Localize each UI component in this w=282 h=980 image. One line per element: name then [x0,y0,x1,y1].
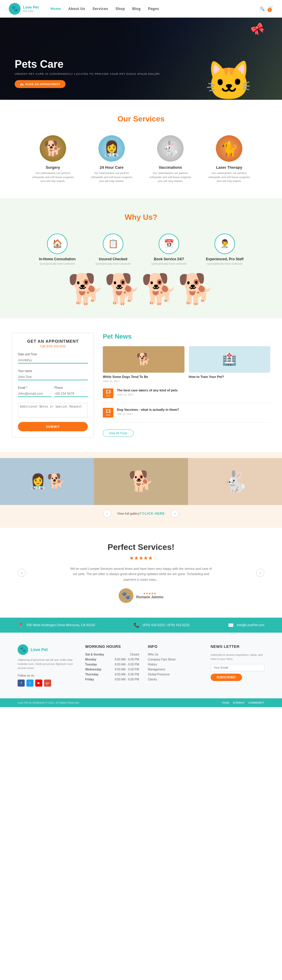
footer-link-3[interactable]: Management [148,668,202,671]
footer-info-title: INFO [148,644,202,649]
news-box: Pet News 🐕 While Some Dogs Tend To Be Ju… [103,333,270,438]
footer-newsletter-col: NEWS LETTER Subscribe to receive Inspira… [211,644,264,687]
nav-services[interactable]: Services [93,7,108,11]
email-input[interactable] [18,391,51,397]
appt-news-section: GET AN APPOINTMENT Call (970) 416-0232 D… [0,318,282,452]
service-surgery-name: Surgery [29,165,76,170]
nav-links: Home About Us Services Shop Blog Pages [51,7,260,11]
testimonial-rating: ★★★★★ [136,592,163,595]
youtube-button[interactable]: ▶ [35,679,42,687]
logo-sub: Pet Care [23,10,39,13]
hero-section: 🐱 🎀 Pets Care URGENT PET CARE IS CONVENI… [0,18,282,100]
googleplus-button[interactable]: g+ [44,679,51,687]
footer-hours-row-3: Wednesday 9:00 AM - 5:00 PM [85,668,139,671]
testimonial-prev-button[interactable]: ‹ [18,569,26,577]
service-surgery: 🐕 Surgery Our veterinarians can perform … [29,135,76,183]
logo[interactable]: 🐾 Love Pet Pet Care [9,3,39,15]
footer-grid: 🐾 Love Pet Adipiscing el ipsummar adr el… [18,644,264,687]
nav-pages[interactable]: Pages [148,7,159,11]
footer-hours-title: WORKING HOURS [85,644,139,649]
news-date-1: 13 Jun [103,408,114,417]
footer-bottom: Love Pet by clicktheme © 2016. All Right… [0,698,282,707]
footer-link-5[interactable]: Clients [148,678,202,681]
nav-blog[interactable]: Blog [132,7,141,11]
news-list: 13 Jun The best care takers of any kind … [103,388,270,423]
footer-link-1[interactable]: Company Fact Sheet [148,658,202,661]
service-care: 👩‍⚕️ 24 Hour Care Our veterinarians can … [88,135,135,183]
twitter-button[interactable]: t [26,679,34,687]
phone-group: Phone [54,386,88,401]
services-grid: 🐕 Surgery Our veterinarians can perform … [18,135,264,183]
nav-shop[interactable]: Shop [115,7,125,11]
phone-icon: 📞 [134,622,139,628]
why-inhome-icon: 🏠 [47,234,67,254]
footer-newsletter-title: NEWS LETTER [211,644,264,649]
gallery-strip: 👩‍⚕️🐕 🐕 🐇 [0,458,282,505]
appointment-button[interactable]: MAKE AN APPOINTMENT [15,80,66,88]
logo-text: Love Pet [23,5,39,10]
footer-bottom-links: FAQS SITEMAP COMMUNITY [222,701,264,704]
search-icon[interactable]: 🔍 [260,6,265,11]
service-laser-image: 🐈 [216,135,242,162]
nav-about[interactable]: About Us [69,7,85,11]
email-group: Email * [18,386,51,401]
facebook-button[interactable]: f [18,679,25,687]
why-insured-name: Insured Checked [90,257,136,261]
testimonial-title: Perfect Services! [35,542,247,552]
footer-hours-row-2: Tuesday 8:00 AM - 6:00 PM [85,663,139,666]
service-vaccines-name: Vaccinations [147,165,194,170]
email-phone-row: Email * Phone [18,386,88,403]
footer-logo-icon: 🐾 [18,644,28,655]
hero-subtitle: URGENT PET CARE IS CONVENIENTLY LOCATED … [15,73,160,75]
why-grid: 🏠 In-Home Consultation Synergistically l… [18,234,264,265]
footer-community-link[interactable]: COMMUNITY [248,701,265,704]
date-input[interactable] [18,357,88,364]
services-section: Our Services 🐕 Surgery Our veterinarians… [0,100,282,198]
footer-email: ✉️ Info@LovePet.com [228,622,264,628]
news-title: Pet News [103,333,270,340]
news-card-1: 🏥 How to Train Your Pet? [189,346,271,383]
footer-sitemap-link[interactable]: SITEMAP [232,701,244,704]
footer-faqs-link[interactable]: FAQS [222,701,229,704]
name-input[interactable] [18,374,88,380]
gallery-prev-button[interactable]: ‹ [103,509,111,517]
appointment-title: GET AN APPOINTMENT [18,339,88,344]
news-item-1-title: Dog Vaccines - what is actually in them? [117,408,179,411]
testimonial-next-button[interactable]: › [256,569,264,577]
why-staff: 👨‍⚕️ Experienced, Pro Staff Synergistica… [201,234,248,265]
testimonial-text: We've used Lovepet Services several time… [67,566,215,582]
testimonial-avatar: 🐾 [119,588,133,603]
subscribe-button[interactable]: SUBSCRIBE! [211,674,242,681]
footer-link-0[interactable]: Who Us [148,653,202,656]
gallery-cta-link[interactable]: CLICK HERE [142,512,165,515]
notes-input[interactable] [18,403,88,417]
view-all-button[interactable]: View All Posts [103,430,134,437]
testimonial-stars: ★★★★★ [35,555,247,561]
nav-home[interactable]: Home [51,7,61,11]
email-icon: ✉️ [228,622,234,628]
news-item-0-content: The best care takers of any kind of pets… [117,388,178,396]
footer-brand-desc: Adipiscing el ipsummar adr elit autr mol… [18,658,76,670]
news-card-0-date: June 13, 2017 [103,380,184,383]
why-insured-icon: 📋 [103,234,123,254]
gallery-next-button[interactable]: › [171,509,179,517]
navigation: 🐾 Love Pet Pet Care Home About Us Servic… [0,0,282,18]
why-insured-sub: Synergistically lorem networks [90,262,136,265]
why-booking-icon: 📅 [159,234,179,254]
footer-phone: 📞 (970) 416-0232 / (978) 415-0233 [134,622,189,628]
footer-hours-row-5: Friday 9:00 AM - 6:00 PM [85,678,139,681]
newsletter-input[interactable] [211,664,264,671]
news-item-1-date: July 13, 2017 [117,412,179,415]
nav-actions: 🔍 🛒 2 [260,6,273,12]
gallery-footer: ‹ View full gallery? CLICK HERE › [0,505,282,522]
why-inhome-name: In-Home Consultation [34,257,81,261]
footer-link-2[interactable]: History [148,663,202,666]
submit-button[interactable]: SUBMIT [18,422,88,431]
footer-hours-row-4: Thursday 8:00 AM - 6:00 PM [85,673,139,676]
news-card-1-title: How to Train Your Pet? [189,375,271,379]
why-booking-name: Book Service 24/7 [146,257,192,261]
phone-input[interactable] [54,391,88,397]
footer-link-4[interactable]: Global Presence [148,673,202,676]
why-booking: 📅 Book Service 24/7 Synergistically lore… [146,234,192,265]
why-section: Why Us? 🏠 In-Home Consultation Synergist… [0,198,282,318]
